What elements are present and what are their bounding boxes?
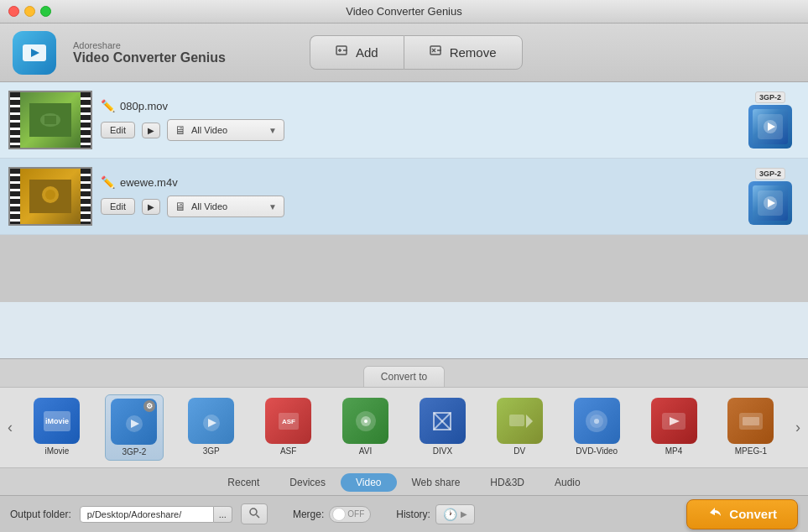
window-title: Video Converter Genius bbox=[346, 5, 462, 18]
format-selector-2[interactable]: 🖥 All Video ▼ bbox=[167, 196, 284, 217]
dv-icon bbox=[497, 398, 543, 444]
format-selector-1[interactable]: 🖥 All Video ▼ bbox=[167, 119, 284, 141]
app-name-block: Adoreshare Video Converter Genius bbox=[73, 40, 226, 65]
file-badge-2: 3GP-2 bbox=[741, 167, 800, 226]
format-3gp[interactable]: 3GP bbox=[182, 394, 241, 461]
history-section: History: 🕐 ▶ bbox=[396, 504, 475, 524]
play-button-1[interactable]: ▶ bbox=[142, 123, 160, 138]
3gp-label: 3GP bbox=[203, 446, 220, 456]
minimize-button[interactable] bbox=[24, 6, 35, 17]
file-info-2: ✏️ ewewe.m4v Edit ▶ 🖥 All Video ▼ bbox=[101, 175, 732, 217]
remove-button[interactable]: Remove bbox=[404, 35, 523, 70]
svg-text:ASF: ASF bbox=[282, 418, 295, 425]
format-avi[interactable]: AVI bbox=[336, 394, 395, 461]
file-badge-1: 3GP-2 bbox=[741, 91, 800, 149]
mp4-label: MP4 bbox=[665, 446, 683, 456]
status-bar: Output folder: p/Desktop/Adoreshare/ ...… bbox=[0, 495, 808, 532]
thumb-preview-1 bbox=[20, 92, 81, 148]
history-button[interactable]: 🕐 ▶ bbox=[435, 504, 475, 524]
tab-hd3d[interactable]: HD&3D bbox=[475, 473, 540, 492]
file-name-2: ewewe.m4v bbox=[120, 176, 178, 189]
play-button-2[interactable]: ▶ bbox=[142, 199, 160, 215]
dvdvideo-label: DVD-Video bbox=[576, 446, 618, 456]
tab-recent[interactable]: Recent bbox=[212, 473, 274, 492]
remove-icon bbox=[430, 44, 443, 60]
tab-audio[interactable]: Audio bbox=[540, 473, 596, 492]
next-arrow[interactable]: › bbox=[788, 419, 808, 436]
mpeg1-label: MPEG-1 bbox=[735, 446, 767, 456]
format-imovie[interactable]: iMovie iMovie bbox=[28, 394, 86, 461]
prev-arrow[interactable]: ‹ bbox=[0, 419, 20, 436]
format-mp4[interactable]: MP4 bbox=[644, 394, 703, 461]
add-button[interactable]: Add bbox=[310, 35, 404, 70]
merge-toggle[interactable]: OFF bbox=[329, 506, 371, 523]
output-folder-group: p/Desktop/Adoreshare/ ... bbox=[80, 506, 232, 523]
output-path[interactable]: p/Desktop/Adoreshare/ bbox=[80, 506, 214, 523]
format-icons-container: ‹ iMovie iMovie ⚙ bbox=[0, 387, 808, 467]
format-text-1: All Video bbox=[191, 125, 263, 135]
format-icons-scroll: iMovie iMovie ⚙ 3GP-2 bbox=[20, 394, 788, 461]
convert-label: Convert bbox=[729, 507, 777, 521]
svg-point-40 bbox=[594, 419, 599, 424]
format-dvdvideo[interactable]: DVD-Video bbox=[567, 394, 626, 461]
clock-icon: 🕐 bbox=[443, 508, 457, 521]
merge-label: Merge: bbox=[293, 509, 324, 520]
badge-image-2 bbox=[748, 181, 792, 225]
close-button[interactable] bbox=[8, 6, 19, 17]
format-3gp2[interactable]: ⚙ 3GP-2 bbox=[105, 394, 164, 461]
app-name-main: Video Converter Genius bbox=[73, 50, 226, 65]
convert-button[interactable]: Convert bbox=[686, 499, 798, 529]
edit-icon-2: ✏️ bbox=[101, 175, 115, 189]
browse-button[interactable]: ... bbox=[214, 506, 232, 523]
format-asf[interactable]: ASF ASF bbox=[259, 394, 318, 461]
remove-label: Remove bbox=[450, 45, 497, 60]
3gp-icon bbox=[188, 398, 234, 444]
convert-to-bar: Convert to bbox=[0, 359, 808, 387]
empty-area bbox=[0, 235, 808, 302]
mp4-icon bbox=[651, 398, 697, 444]
search-icon bbox=[248, 507, 260, 519]
screen-icon-1: 🖥 bbox=[175, 123, 186, 137]
svg-rect-12 bbox=[44, 116, 56, 124]
thumb-preview-2 bbox=[20, 169, 81, 224]
imovie-label: iMovie bbox=[44, 446, 69, 456]
format-dv[interactable]: DV bbox=[490, 394, 549, 461]
edit-button-1[interactable]: Edit bbox=[101, 122, 135, 138]
mpeg1-icon bbox=[727, 398, 774, 444]
svg-rect-36 bbox=[509, 415, 524, 426]
add-label: Add bbox=[356, 45, 378, 60]
convert-to-tab: Convert to bbox=[363, 366, 445, 387]
file-item-2: ✏️ ewewe.m4v Edit ▶ 🖥 All Video ▼ 3GP-2 bbox=[0, 159, 808, 235]
edit-button-2[interactable]: Edit bbox=[101, 198, 135, 215]
title-bar: Video Converter Genius bbox=[0, 0, 808, 23]
imovie-icon: iMovie bbox=[34, 398, 80, 444]
search-button[interactable] bbox=[241, 503, 268, 524]
format-divx[interactable]: DIVX bbox=[413, 394, 472, 461]
dropdown-arrow-1: ▼ bbox=[268, 126, 277, 135]
toggle-knob bbox=[332, 508, 346, 521]
window-controls[interactable] bbox=[8, 6, 51, 17]
format-mpeg1[interactable]: MPEG-1 bbox=[722, 394, 780, 461]
asf-icon: ASF bbox=[265, 398, 311, 444]
settings-badge: ⚙ bbox=[143, 400, 155, 412]
convert-icon bbox=[707, 505, 722, 523]
svg-rect-44 bbox=[743, 417, 759, 425]
file-item-1: ✏️ 080p.mov Edit ▶ 🖥 All Video ▼ 3GP-2 bbox=[0, 82, 808, 159]
output-label: Output folder: bbox=[10, 509, 71, 520]
app-header: Adoreshare Video Converter Genius Add Re… bbox=[0, 23, 808, 82]
tab-webshare[interactable]: Web share bbox=[397, 473, 476, 492]
toggle-off-label: OFF bbox=[347, 509, 364, 519]
svg-point-45 bbox=[250, 509, 257, 515]
3gp2-icon: ⚙ bbox=[111, 399, 157, 445]
file-thumbnail-1 bbox=[8, 91, 92, 149]
svg-text:iMovie: iMovie bbox=[45, 417, 69, 425]
file-info-1: ✏️ 080p.mov Edit ▶ 🖥 All Video ▼ bbox=[101, 99, 732, 141]
tab-devices[interactable]: Devices bbox=[274, 473, 341, 492]
svg-line-46 bbox=[256, 515, 259, 519]
tabs-bar: Recent Devices Video Web share HD&3D Aud… bbox=[0, 467, 808, 495]
history-label: History: bbox=[396, 509, 430, 520]
tab-video[interactable]: Video bbox=[341, 473, 396, 492]
maximize-button[interactable] bbox=[40, 6, 51, 17]
file-controls-1: Edit ▶ 🖥 All Video ▼ bbox=[101, 119, 732, 141]
divx-label: DIVX bbox=[433, 446, 452, 456]
